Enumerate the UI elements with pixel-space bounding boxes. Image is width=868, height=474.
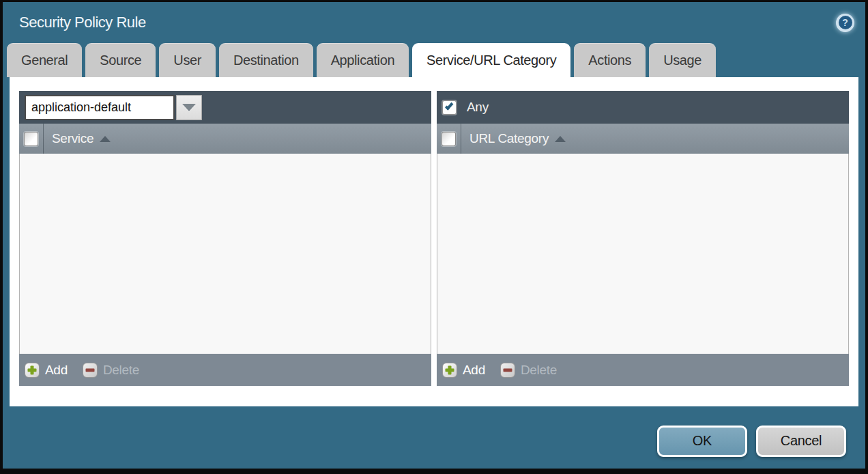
tab-content-area: application-default Service <box>10 77 858 406</box>
url-category-select-all-cell <box>437 124 461 154</box>
plus-icon <box>25 363 40 378</box>
minus-icon <box>500 363 515 378</box>
tab-source[interactable]: Source <box>85 43 156 77</box>
url-category-panel: Any URL Category Add <box>437 91 849 386</box>
service-panel: application-default Service <box>19 91 431 386</box>
service-type-dropdown-button[interactable] <box>176 95 202 120</box>
service-delete-button[interactable]: Delete <box>83 363 139 378</box>
checkmark-icon <box>444 101 452 110</box>
tab-general[interactable]: General <box>7 43 82 77</box>
url-category-list-area <box>437 154 849 354</box>
question-mark-glyph: ? <box>839 16 852 29</box>
url-category-select-all-checkbox[interactable] <box>442 132 456 146</box>
any-row: Any <box>442 100 489 115</box>
url-category-panel-header: Any <box>437 91 849 124</box>
tab-destination[interactable]: Destination <box>219 43 313 77</box>
tab-user[interactable]: User <box>159 43 216 77</box>
panels-row: application-default Service <box>19 91 849 386</box>
service-select-all-checkbox[interactable] <box>24 132 38 146</box>
any-checkbox[interactable] <box>442 100 457 115</box>
chevron-down-icon <box>182 104 196 111</box>
tab-strip: General Source User Destination Applicat… <box>3 43 865 77</box>
tab-service-url-category[interactable]: Service/URL Category <box>412 43 570 77</box>
minus-icon <box>83 363 98 378</box>
dialog-titlebar: Security Policy Rule ? <box>3 2 865 43</box>
cancel-button[interactable]: Cancel <box>756 426 846 457</box>
service-type-input[interactable]: application-default <box>25 95 175 120</box>
sort-ascending-icon <box>100 136 111 142</box>
security-policy-rule-dialog: Security Policy Rule ? General Source Us… <box>0 0 868 474</box>
dialog-button-bar: OK Cancel <box>3 406 865 469</box>
tab-application[interactable]: Application <box>317 43 409 77</box>
tab-actions[interactable]: Actions <box>574 43 646 77</box>
service-column-header[interactable]: Service <box>19 124 431 154</box>
ok-button[interactable]: OK <box>657 426 747 457</box>
sort-ascending-icon <box>555 136 566 142</box>
service-add-button[interactable]: Add <box>25 363 68 378</box>
url-category-delete-button[interactable]: Delete <box>500 363 557 378</box>
url-category-column-header[interactable]: URL Category <box>437 124 849 154</box>
service-type-combobox: application-default <box>25 95 202 120</box>
tab-usage[interactable]: Usage <box>649 43 716 77</box>
service-panel-header: application-default <box>19 91 431 124</box>
service-toolbar: Add Delete <box>19 354 431 386</box>
service-column-label: Service <box>52 131 93 146</box>
url-category-add-button[interactable]: Add <box>442 363 485 378</box>
url-category-toolbar: Add Delete <box>437 354 849 386</box>
url-category-column-label: URL Category <box>469 131 549 146</box>
service-list-area <box>19 154 431 354</box>
help-icon[interactable]: ? <box>836 14 854 32</box>
dialog-title: Security Policy Rule <box>19 14 146 31</box>
plus-icon <box>442 363 457 378</box>
any-label: Any <box>467 100 489 115</box>
service-select-all-cell <box>19 124 44 154</box>
